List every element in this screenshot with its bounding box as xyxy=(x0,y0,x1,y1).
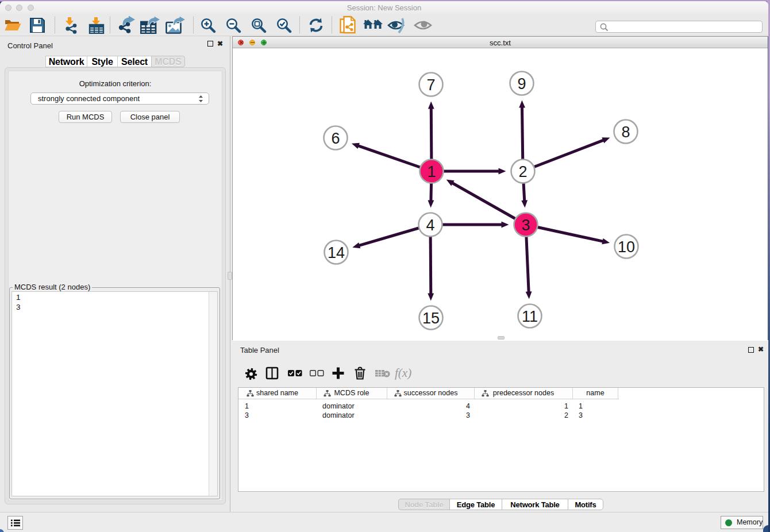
svg-text:10: 10 xyxy=(618,238,635,256)
svg-text:1: 1 xyxy=(427,163,436,180)
svg-text:6: 6 xyxy=(331,130,340,147)
svg-text:11: 11 xyxy=(522,308,538,325)
svg-text:4: 4 xyxy=(426,217,434,234)
svg-text:7: 7 xyxy=(426,76,435,94)
svg-text:8: 8 xyxy=(621,124,630,141)
svg-text:9: 9 xyxy=(517,75,526,92)
svg-text:15: 15 xyxy=(422,310,440,327)
svg-text:3: 3 xyxy=(521,217,530,234)
svg-text:2: 2 xyxy=(518,163,527,180)
svg-text:14: 14 xyxy=(328,244,345,261)
